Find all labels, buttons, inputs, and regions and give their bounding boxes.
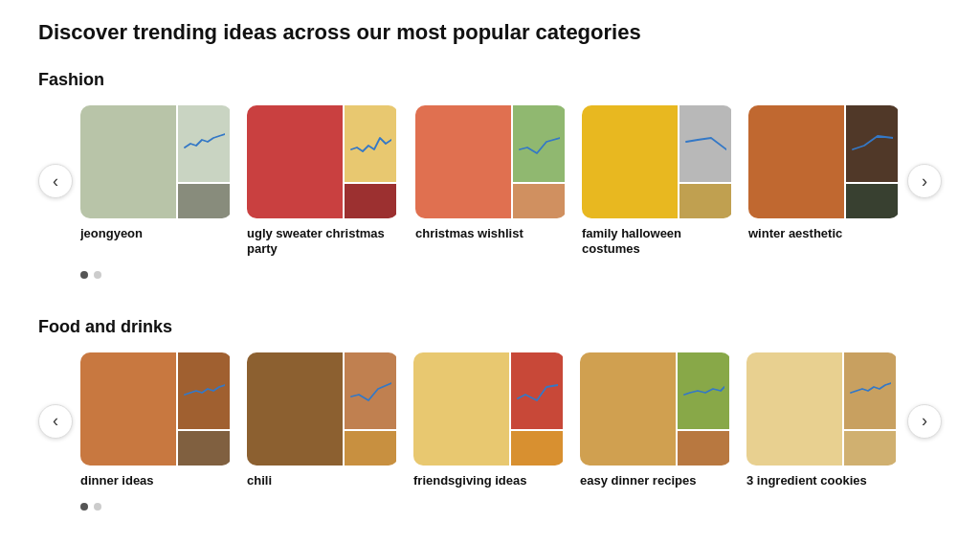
card-main-img-christmas-wishlist bbox=[415, 105, 511, 218]
card-br-img-family-halloween bbox=[679, 184, 731, 218]
dots-fashion bbox=[80, 271, 942, 279]
card-label-winter-aesthetic: winter aesthetic bbox=[748, 226, 842, 242]
card-family-halloween[interactable]: family halloween costumes bbox=[582, 105, 733, 259]
card-images-ugly-sweater bbox=[247, 105, 398, 218]
card-tr-img-3-ingredient-cookies bbox=[844, 352, 896, 429]
dot-food-drinks-0[interactable] bbox=[80, 503, 88, 511]
card-chili[interactable]: chili bbox=[247, 352, 398, 489]
card-images-3-ingredient-cookies bbox=[746, 352, 898, 466]
card-main-img-jeongyeon bbox=[80, 105, 176, 218]
page-title: Discover trending ideas across our most … bbox=[38, 19, 942, 47]
card-main-img-chili bbox=[247, 352, 343, 466]
card-main-img-easy-dinner-recipes bbox=[580, 352, 676, 466]
card-tr-img-christmas-wishlist bbox=[513, 105, 565, 182]
card-label-dinner-ideas: dinner ideas bbox=[80, 473, 154, 489]
dots-food-drinks bbox=[80, 503, 942, 511]
card-br-img-dinner-ideas bbox=[178, 431, 230, 466]
card-main-img-ugly-sweater bbox=[247, 105, 343, 218]
dot-food-drinks-1[interactable] bbox=[94, 503, 101, 511]
card-images-chili bbox=[247, 352, 398, 466]
card-images-dinner-ideas bbox=[80, 352, 232, 466]
card-label-ugly-sweater: ugly sweater christmas party bbox=[247, 226, 400, 259]
card-images-winter-aesthetic bbox=[748, 105, 900, 218]
card-3-ingredient-cookies[interactable]: 3 ingredient cookies bbox=[746, 352, 898, 489]
card-winter-aesthetic[interactable]: winter aesthetic bbox=[748, 105, 900, 259]
card-main-img-winter-aesthetic bbox=[748, 105, 844, 218]
card-label-3-ingredient-cookies: 3 ingredient cookies bbox=[746, 473, 867, 489]
card-easy-dinner-recipes[interactable]: easy dinner recipes bbox=[580, 352, 731, 489]
card-tr-img-ugly-sweater bbox=[345, 105, 396, 182]
card-tr-img-chili bbox=[345, 352, 396, 429]
section-food-drinks: Food and drinks‹ dinner ideas chili frie… bbox=[38, 317, 942, 511]
card-images-christmas-wishlist bbox=[415, 105, 567, 218]
card-images-easy-dinner-recipes bbox=[580, 352, 731, 466]
section-fashion: Fashion‹ jeongyeon ugly sweater christma… bbox=[38, 70, 942, 280]
card-main-img-dinner-ideas bbox=[80, 352, 176, 466]
card-label-chili: chili bbox=[247, 473, 272, 489]
card-jeongyeon[interactable]: jeongyeon bbox=[80, 105, 232, 259]
card-images-friendsgiving-ideas bbox=[413, 352, 565, 466]
card-tr-img-easy-dinner-recipes bbox=[678, 352, 729, 429]
card-tr-img-family-halloween bbox=[679, 105, 731, 182]
dot-fashion-1[interactable] bbox=[94, 271, 101, 279]
card-images-jeongyeon bbox=[80, 105, 232, 218]
card-tr-img-jeongyeon bbox=[178, 105, 230, 182]
dot-fashion-0[interactable] bbox=[80, 271, 88, 279]
card-label-easy-dinner-recipes: easy dinner recipes bbox=[580, 473, 696, 489]
card-tr-img-dinner-ideas bbox=[178, 352, 230, 429]
card-label-family-halloween: family halloween costumes bbox=[582, 226, 733, 259]
card-label-friendsgiving-ideas: friendsgiving ideas bbox=[413, 473, 526, 489]
card-ugly-sweater[interactable]: ugly sweater christmas party bbox=[247, 105, 400, 259]
card-main-img-family-halloween bbox=[582, 105, 678, 218]
card-br-img-jeongyeon bbox=[178, 184, 230, 218]
right-arrow-fashion[interactable]: › bbox=[907, 164, 942, 198]
card-main-img-friendsgiving-ideas bbox=[413, 352, 509, 466]
card-main-img-3-ingredient-cookies bbox=[746, 352, 842, 466]
right-arrow-food-drinks[interactable]: › bbox=[907, 404, 942, 439]
card-br-img-chili bbox=[345, 431, 396, 466]
card-br-img-easy-dinner-recipes bbox=[678, 431, 729, 466]
card-br-img-ugly-sweater bbox=[345, 184, 396, 218]
card-images-family-halloween bbox=[582, 105, 733, 218]
section-title-fashion: Fashion bbox=[38, 70, 942, 90]
card-br-img-winter-aesthetic bbox=[846, 184, 898, 218]
card-label-christmas-wishlist: christmas wishlist bbox=[415, 226, 523, 242]
card-br-img-3-ingredient-cookies bbox=[844, 431, 896, 466]
left-arrow-fashion[interactable]: ‹ bbox=[38, 164, 73, 198]
card-tr-img-winter-aesthetic bbox=[846, 105, 898, 182]
left-arrow-food-drinks[interactable]: ‹ bbox=[38, 404, 73, 439]
card-br-img-christmas-wishlist bbox=[513, 184, 565, 218]
card-friendsgiving-ideas[interactable]: friendsgiving ideas bbox=[413, 352, 565, 489]
card-tr-img-friendsgiving-ideas bbox=[511, 352, 563, 429]
card-dinner-ideas[interactable]: dinner ideas bbox=[80, 352, 232, 489]
card-label-jeongyeon: jeongyeon bbox=[80, 226, 143, 242]
card-br-img-friendsgiving-ideas bbox=[511, 431, 563, 466]
section-title-food-drinks: Food and drinks bbox=[38, 317, 942, 337]
card-christmas-wishlist[interactable]: christmas wishlist bbox=[415, 105, 567, 259]
